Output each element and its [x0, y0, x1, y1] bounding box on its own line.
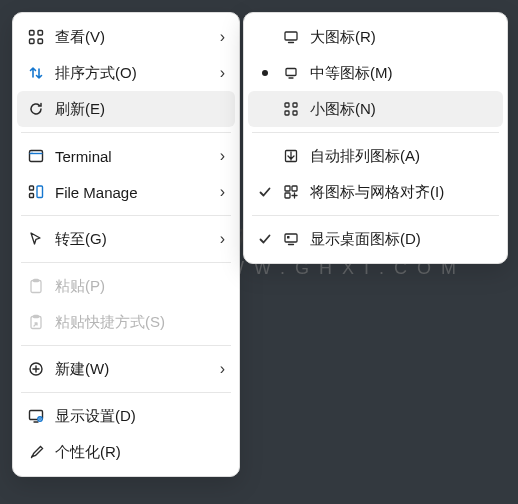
chevron-right-icon: ›: [220, 147, 225, 165]
desktop-context-menu: 查看(V) › 排序方式(O) › 刷新(E) Terminal › File …: [12, 12, 240, 477]
monitor-large-icon: [280, 29, 302, 45]
auto-arrange-icon: [280, 148, 302, 164]
svg-rect-18: [286, 69, 296, 76]
svg-rect-6: [30, 186, 34, 190]
menu-label: 排序方式(O): [47, 64, 220, 83]
chevron-right-icon: ›: [220, 360, 225, 378]
paste-icon: [25, 278, 47, 294]
chevron-right-icon: ›: [220, 183, 225, 201]
svg-rect-21: [285, 111, 289, 115]
menu-item-display-settings[interactable]: 显示设置(D): [17, 398, 235, 434]
svg-rect-16: [285, 32, 297, 40]
svg-rect-26: [285, 193, 290, 198]
file-manage-icon: [25, 184, 47, 200]
svg-rect-2: [30, 39, 35, 44]
submenu-item-auto-arrange[interactable]: 自动排列图标(A): [248, 138, 503, 174]
menu-item-personalize[interactable]: 个性化(R): [17, 434, 235, 470]
svg-rect-25: [292, 186, 297, 191]
menu-item-paste: 粘贴(P): [17, 268, 235, 304]
terminal-icon: [25, 148, 47, 164]
view-submenu: 大图标(R) 中等图标(M) 小图标(N) 自动排列图标(A) 将图标与网格对齐: [243, 12, 508, 264]
menu-separator: [21, 262, 231, 263]
submenu-item-large-icons[interactable]: 大图标(R): [248, 19, 503, 55]
cursor-icon: [25, 231, 47, 247]
svg-rect-3: [38, 39, 43, 44]
display-icon: [25, 408, 47, 424]
menu-separator: [21, 345, 231, 346]
grid-small-icon: [280, 101, 302, 117]
menu-label: 显示桌面图标(D): [302, 230, 493, 249]
submenu-item-small-icons[interactable]: 小图标(N): [248, 91, 503, 127]
menu-label: 显示设置(D): [47, 407, 225, 426]
svg-rect-28: [287, 236, 290, 239]
chevron-right-icon: ›: [220, 230, 225, 248]
menu-item-new[interactable]: 新建(W) ›: [17, 351, 235, 387]
check-indicator: [254, 232, 276, 246]
svg-rect-24: [285, 186, 290, 191]
menu-item-refresh[interactable]: 刷新(E): [17, 91, 235, 127]
sort-icon: [25, 65, 47, 81]
menu-label: 刷新(E): [47, 100, 225, 119]
menu-label: 新建(W): [47, 360, 220, 379]
menu-label: 大图标(R): [302, 28, 493, 47]
svg-rect-22: [293, 111, 297, 115]
menu-label: 小图标(N): [302, 100, 493, 119]
paste-shortcut-icon: [25, 314, 47, 330]
svg-rect-7: [30, 194, 34, 198]
menu-item-view[interactable]: 查看(V) ›: [17, 19, 235, 55]
plus-circle-icon: [25, 361, 47, 377]
submenu-item-align-grid[interactable]: 将图标与网格对齐(I): [248, 174, 503, 210]
desktop-icon: [280, 231, 302, 247]
svg-point-5: [31, 151, 32, 152]
menu-separator: [21, 132, 231, 133]
svg-rect-20: [293, 103, 297, 107]
menu-label: 将图标与网格对齐(I): [302, 183, 493, 202]
svg-rect-8: [37, 186, 43, 198]
menu-label: 中等图标(M): [302, 64, 493, 83]
svg-rect-27: [285, 234, 297, 242]
chevron-right-icon: ›: [220, 64, 225, 82]
svg-rect-1: [38, 31, 43, 36]
menu-label: 查看(V): [47, 28, 220, 47]
menu-item-paste-shortcut: 粘贴快捷方式(S): [17, 304, 235, 340]
menu-item-filemanage[interactable]: File Manage ›: [17, 174, 235, 210]
menu-item-goto[interactable]: 转至(G) ›: [17, 221, 235, 257]
radio-indicator: [254, 68, 276, 78]
svg-rect-19: [285, 103, 289, 107]
svg-point-17: [262, 70, 268, 76]
submenu-item-show-desktop-icons[interactable]: 显示桌面图标(D): [248, 221, 503, 257]
brush-icon: [25, 444, 47, 460]
menu-label: 自动排列图标(A): [302, 147, 493, 166]
menu-label: File Manage: [47, 184, 220, 201]
menu-item-sort[interactable]: 排序方式(O) ›: [17, 55, 235, 91]
submenu-item-medium-icons[interactable]: 中等图标(M): [248, 55, 503, 91]
refresh-icon: [25, 101, 47, 117]
menu-label: 转至(G): [47, 230, 220, 249]
menu-separator: [21, 215, 231, 216]
menu-label: 个性化(R): [47, 443, 225, 462]
menu-label: 粘贴(P): [47, 277, 225, 296]
menu-separator: [252, 132, 499, 133]
monitor-medium-icon: [280, 65, 302, 81]
menu-label: 粘贴快捷方式(S): [47, 313, 225, 332]
svg-rect-0: [30, 31, 35, 36]
grid-icon: [25, 29, 47, 45]
menu-label: Terminal: [47, 148, 220, 165]
chevron-right-icon: ›: [220, 28, 225, 46]
menu-item-terminal[interactable]: Terminal ›: [17, 138, 235, 174]
menu-separator: [21, 392, 231, 393]
align-grid-icon: [280, 184, 302, 200]
menu-separator: [252, 215, 499, 216]
check-indicator: [254, 185, 276, 199]
